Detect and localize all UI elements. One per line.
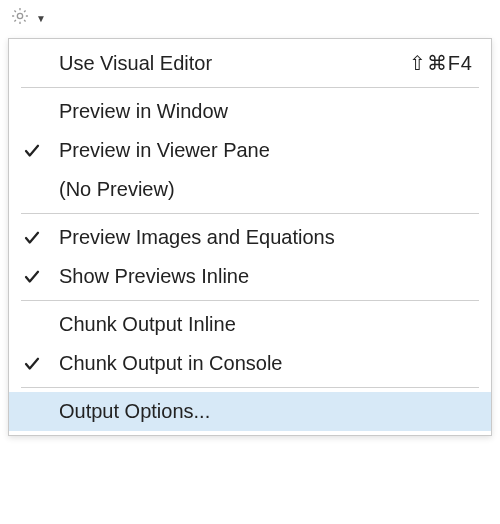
menu-item-label: Output Options... xyxy=(59,400,473,423)
check-icon xyxy=(23,355,59,373)
menu-item-label: Show Previews Inline xyxy=(59,265,473,288)
menu-item-preview-in-window[interactable]: Preview in Window xyxy=(9,92,491,131)
menu-item-preview-images-equations[interactable]: Preview Images and Equations xyxy=(9,218,491,257)
menu-item-label: (No Preview) xyxy=(59,178,473,201)
check-icon xyxy=(23,268,59,286)
menu-separator xyxy=(21,300,479,301)
menu-item-chunk-output-console[interactable]: Chunk Output in Console xyxy=(9,344,491,383)
check-icon xyxy=(23,229,59,247)
menu-item-chunk-output-inline[interactable]: Chunk Output Inline xyxy=(9,305,491,344)
menu-separator xyxy=(21,213,479,214)
menu-item-use-visual-editor[interactable]: Use Visual Editor ⇧⌘F4 xyxy=(9,43,491,83)
menu-item-label: Use Visual Editor xyxy=(59,52,409,75)
check-icon xyxy=(23,142,59,160)
toolbar: ▼ xyxy=(0,0,500,36)
menu-item-label: Preview in Window xyxy=(59,100,473,123)
gear-icon[interactable] xyxy=(10,6,30,30)
menu-item-shortcut: ⇧⌘F4 xyxy=(409,51,473,75)
svg-point-0 xyxy=(17,13,22,18)
menu-separator xyxy=(21,387,479,388)
menu-item-output-options[interactable]: Output Options... xyxy=(9,392,491,431)
menu-separator xyxy=(21,87,479,88)
settings-menu: Use Visual Editor ⇧⌘F4 Preview in Window… xyxy=(8,38,492,436)
menu-item-label: Chunk Output Inline xyxy=(59,313,473,336)
menu-item-label: Chunk Output in Console xyxy=(59,352,473,375)
menu-item-show-previews-inline[interactable]: Show Previews Inline xyxy=(9,257,491,296)
menu-item-preview-in-viewer-pane[interactable]: Preview in Viewer Pane xyxy=(9,131,491,170)
menu-item-label: Preview in Viewer Pane xyxy=(59,139,473,162)
dropdown-caret-icon[interactable]: ▼ xyxy=(36,13,46,24)
menu-item-no-preview[interactable]: (No Preview) xyxy=(9,170,491,209)
menu-item-label: Preview Images and Equations xyxy=(59,226,473,249)
